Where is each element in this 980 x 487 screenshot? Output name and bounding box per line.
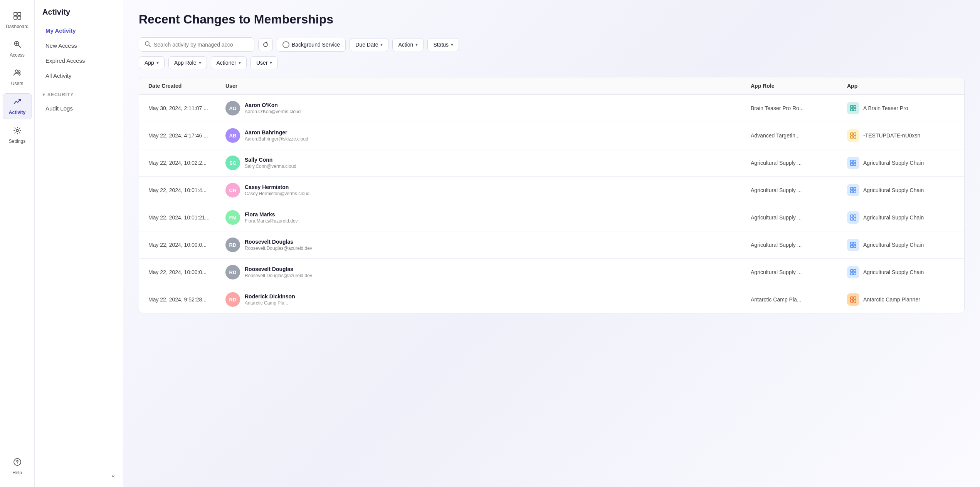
svg-point-7 <box>16 129 18 132</box>
sidebar-item-all-activity[interactable]: All Activity <box>38 69 120 83</box>
settings-label: Settings <box>9 139 25 144</box>
app-icon <box>847 184 859 196</box>
user-email: Sally.Conn@verms.cloud <box>245 164 296 169</box>
sidebar-item-expired-access[interactable]: Expired Access <box>38 54 120 68</box>
sidebar-item-audit-logs[interactable]: Audit Logs <box>38 101 120 115</box>
dashboard-label: Dashboard <box>6 24 29 29</box>
svg-rect-38 <box>854 273 856 275</box>
cell-app: -TESTUPDATE-nU0xsn <box>847 129 955 142</box>
status-chevron: ▾ <box>451 42 453 47</box>
header-app-role: App Role <box>751 83 847 89</box>
cell-user: CH Casey Hermiston Casey.Hermiston@verms… <box>225 183 751 197</box>
table-row[interactable]: May 22, 2024, 10:00:0... RD Roosevelt Do… <box>139 231 964 259</box>
nav-item-users[interactable]: Users <box>3 65 32 90</box>
action-label: Action <box>398 42 413 48</box>
cell-user: RD Roosevelt Douglas Roosevelt.Douglas@a… <box>225 238 751 252</box>
user-info: Aaron Bahringer Aaron.Bahringer@skizze.c… <box>245 129 308 142</box>
user-info: Sally Conn Sally.Conn@verms.cloud <box>245 157 296 169</box>
svg-rect-35 <box>851 269 853 272</box>
svg-rect-41 <box>851 300 853 302</box>
search-icon <box>145 41 151 48</box>
table-row[interactable]: May 22, 2024, 10:01:21... FM Flora Marks… <box>139 204 964 231</box>
access-label: Access <box>10 52 25 58</box>
app-icon <box>847 293 859 306</box>
sidebar-title: Activity <box>35 8 123 23</box>
user-name: Aaron O'Kon <box>245 102 301 108</box>
sidebar-item-my-activity[interactable]: My Activity <box>38 23 120 38</box>
cell-user: AB Aaron Bahringer Aaron.Bahringer@skizz… <box>225 128 751 143</box>
svg-point-6 <box>18 71 20 73</box>
user-filter[interactable]: User ▾ <box>250 56 278 69</box>
app-name: Agricultural Supply Chain <box>863 160 924 166</box>
app-role-filter[interactable]: App Role ▾ <box>168 56 207 69</box>
cell-app: Agricultural Supply Chain <box>847 239 955 251</box>
svg-rect-39 <box>851 297 853 299</box>
svg-rect-28 <box>854 215 856 217</box>
refresh-button[interactable] <box>258 38 273 51</box>
user-email: Casey.Hermiston@verms.cloud <box>245 191 309 196</box>
due-date-filter[interactable]: Due Date ▾ <box>350 38 388 51</box>
user-email: Roosevelt.Douglas@azureid.dev <box>245 273 312 278</box>
status-filter[interactable]: Status ▾ <box>427 38 459 51</box>
section-chevron[interactable]: ▾ <box>42 92 45 97</box>
background-service-filter[interactable]: Background Service <box>277 38 346 52</box>
cell-date: May 22, 2024, 10:00:0... <box>148 242 225 248</box>
avatar: FM <box>225 210 240 225</box>
cell-user: AO Aaron O'Kon Aaron.O'Kon@verms.cloud <box>225 101 751 115</box>
dashboard-icon <box>13 12 22 22</box>
nav-item-help[interactable]: Help <box>3 454 32 479</box>
app-name: A Brain Teaser Pro <box>863 105 908 111</box>
svg-rect-16 <box>854 133 856 135</box>
svg-rect-3 <box>18 16 21 19</box>
cell-app-role: Agricultural Supply ... <box>751 160 847 166</box>
table-header: Date Created User App Role App <box>139 77 964 95</box>
nav-item-dashboard[interactable]: Dashboard <box>3 8 32 33</box>
user-info: Flora Marks Flora.Marks@azureid.dev <box>245 211 298 224</box>
svg-rect-2 <box>14 16 17 19</box>
sidebar: Activity My Activity New Access Expired … <box>35 0 123 487</box>
cell-app-role: Agricultural Supply ... <box>751 242 847 248</box>
nav-item-access[interactable]: Access <box>3 36 32 62</box>
cell-app-role: Advanced Targetin... <box>751 132 847 139</box>
users-icon <box>13 69 22 79</box>
app-filter[interactable]: App ▾ <box>139 56 165 69</box>
search-input[interactable] <box>154 42 249 48</box>
svg-rect-18 <box>854 136 856 138</box>
header-app: App <box>847 83 955 89</box>
help-icon <box>13 458 22 469</box>
sidebar-item-new-access[interactable]: New Access <box>38 38 120 53</box>
table-row[interactable]: May 22, 2024, 9:52:28... RD Roderick Dic… <box>139 286 964 313</box>
cell-user: RD Roosevelt Douglas Roosevelt.Douglas@a… <box>225 265 751 279</box>
svg-point-5 <box>15 70 18 73</box>
avatar: CH <box>225 183 240 197</box>
nav-item-activity[interactable]: Activity <box>3 93 32 119</box>
svg-rect-34 <box>854 245 856 248</box>
app-name: Agricultural Supply Chain <box>863 269 924 275</box>
cell-app: Agricultural Supply Chain <box>847 184 955 196</box>
user-label: User <box>256 60 268 66</box>
svg-rect-21 <box>851 163 853 166</box>
app-label: App <box>145 60 154 66</box>
cell-date: May 22, 2024, 9:52:28... <box>148 296 225 303</box>
action-filter[interactable]: Action ▾ <box>392 38 424 51</box>
svg-rect-33 <box>851 245 853 248</box>
actioner-filter[interactable]: Actioner ▾ <box>211 56 247 69</box>
table-row[interactable]: May 22, 2024, 10:01:4... CH Casey Hermis… <box>139 177 964 204</box>
main-content: Recent Changes to Memberships Background… <box>123 0 980 487</box>
svg-rect-30 <box>854 218 856 220</box>
user-info: Roosevelt Douglas Roosevelt.Douglas@azur… <box>245 239 312 251</box>
collapse-sidebar-button[interactable]: « <box>112 473 115 479</box>
help-label: Help <box>12 470 22 475</box>
table-row[interactable]: May 22, 2024, 10:02:2... SC Sally Conn S… <box>139 149 964 177</box>
cell-app-role: Agricultural Supply ... <box>751 214 847 221</box>
user-name: Roderick Dickinson <box>245 293 295 300</box>
table-row[interactable]: May 30, 2024, 2:11:07 ... AO Aaron O'Kon… <box>139 95 964 122</box>
settings-icon <box>13 126 22 137</box>
app-name: -TESTUPDATE-nU0xsn <box>863 132 920 139</box>
nav-item-settings[interactable]: Settings <box>3 122 32 148</box>
user-name: Roosevelt Douglas <box>245 266 312 272</box>
table-row[interactable]: May 22, 2024, 10:00:0... RD Roosevelt Do… <box>139 259 964 286</box>
table-row[interactable]: May 22, 2024, 4:17:46 ... AB Aaron Bahri… <box>139 122 964 149</box>
svg-rect-31 <box>851 242 853 244</box>
cell-user: RD Roderick Dickinson Antarctic Camp Pla… <box>225 292 751 307</box>
